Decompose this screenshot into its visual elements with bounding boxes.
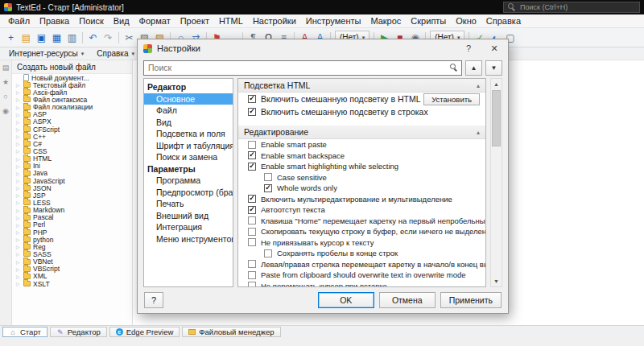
section-header[interactable]: Редактирование ▴	[238, 126, 485, 139]
settings-nav-item[interactable]: Редактор	[144, 81, 233, 93]
save-icon[interactable]: ▣	[34, 30, 49, 45]
file-manager-tab[interactable]: Файловый менеджер	[182, 327, 280, 337]
expand-icon[interactable]: ▷	[16, 244, 21, 249]
expand-icon[interactable]: ▷	[16, 178, 21, 183]
tree-item[interactable]: ▷ LESS	[12, 199, 132, 206]
tree-item[interactable]: ▷ CFScript	[12, 126, 132, 133]
settings-search-input[interactable]	[143, 60, 462, 76]
checkbox[interactable]	[248, 271, 256, 279]
edge-preview-tab[interactable]: Edge Preview	[109, 327, 180, 337]
menu-item[interactable]: Файл	[3, 15, 35, 27]
expand-icon[interactable]: ▷	[16, 208, 21, 213]
checkbox[interactable]	[248, 195, 256, 203]
tree-item[interactable]: ▷ CSS	[12, 147, 132, 154]
menu-item[interactable]: Формат	[134, 15, 175, 27]
tree-item[interactable]: ▷ Perl	[12, 221, 132, 229]
tree-item[interactable]: ▷ Java	[12, 170, 132, 177]
checkbox[interactable]	[248, 260, 256, 268]
undo-icon[interactable]: ↶	[85, 30, 101, 45]
expand-icon[interactable]: ▷	[16, 215, 21, 220]
expand-icon[interactable]: ▷	[16, 281, 21, 286]
collapse-icon[interactable]: ▴	[477, 82, 480, 89]
help-menu-button[interactable]: Справка ▾	[91, 48, 140, 59]
expand-icon[interactable]: ▷	[16, 229, 21, 235]
tree-item[interactable]: ▷ HTML	[12, 155, 132, 163]
checkbox[interactable]	[248, 206, 256, 214]
new-file-icon[interactable]: +	[3, 30, 19, 45]
scrollbar-thumb[interactable]	[492, 90, 501, 146]
settings-nav-item[interactable]: Параметры	[144, 163, 233, 175]
tree-item[interactable]: ▷ Ini	[12, 163, 132, 170]
expand-icon[interactable]: ▷	[16, 259, 21, 265]
checkbox[interactable]	[248, 141, 256, 149]
content-scrollbar[interactable]: ▲ ▼	[490, 78, 502, 287]
redo-icon[interactable]: ↷	[101, 30, 116, 45]
expand-icon[interactable]: ▷	[16, 237, 21, 242]
checkbox[interactable]	[248, 282, 256, 287]
apply-button[interactable]: Применить	[440, 292, 502, 308]
checkbox[interactable]	[248, 163, 256, 171]
checkbox[interactable]	[264, 249, 272, 257]
install-button[interactable]: Установить	[423, 93, 480, 105]
tree-item[interactable]: ▷ XML	[12, 273, 132, 280]
checkbox[interactable]	[248, 228, 256, 236]
tree-item[interactable]: ▷ C#	[12, 140, 132, 147]
tree-item[interactable]: ▷ Текстовый файл	[12, 81, 132, 89]
cut-icon[interactable]: ✂	[122, 30, 137, 45]
checkbox[interactable]	[248, 238, 256, 246]
expand-icon[interactable]: ▷	[16, 200, 21, 205]
tree-item[interactable]: ▷ Markdown	[12, 207, 132, 214]
settings-nav-item[interactable]: Поиск и замена	[144, 151, 233, 163]
menu-item[interactable]: Вид	[109, 15, 134, 27]
settings-nav-item[interactable]: Шрифт и табуляция	[144, 140, 233, 152]
dialog-title-bar[interactable]: Настройки ? ✕	[138, 39, 508, 57]
expand-icon[interactable]: ▷	[16, 141, 21, 146]
collapse-icon[interactable]: ▴	[477, 129, 480, 136]
expand-icon[interactable]: ▷	[16, 89, 21, 95]
history-panel-icon[interactable]: ○	[3, 93, 7, 101]
expand-icon[interactable]: ▷	[16, 112, 21, 117]
settings-nav-item[interactable]: Вид	[144, 117, 233, 129]
tree-item[interactable]: ▷ JSP	[12, 192, 132, 199]
tree-item[interactable]: ▷ ASP	[12, 111, 132, 118]
search-next-button[interactable]: ▼	[485, 60, 502, 76]
expand-icon[interactable]: ▷	[16, 97, 21, 102]
expand-icon[interactable]: ▷	[16, 163, 21, 169]
tree-item[interactable]: ▷ SASS	[12, 250, 132, 257]
menu-item[interactable]: Справка	[481, 15, 526, 27]
expand-icon[interactable]: ▷	[16, 251, 21, 257]
expand-icon[interactable]: ▷	[16, 82, 21, 88]
cancel-button[interactable]: Отмена	[379, 292, 436, 308]
tree-item[interactable]: ▷ Pascal	[12, 214, 132, 221]
tree-item[interactable]: ▷ VBNet	[12, 258, 132, 266]
help-button[interactable]: ?	[144, 292, 163, 308]
tree-item[interactable]: ▷ Reg	[12, 243, 132, 250]
expand-icon[interactable]: ▷	[16, 266, 21, 272]
expand-icon[interactable]: ▷	[16, 185, 21, 191]
settings-nav-item[interactable]: Основное	[144, 93, 233, 105]
start-tab[interactable]: Старт	[2, 327, 47, 337]
favorites-panel-icon[interactable]: ★	[2, 78, 9, 86]
checkbox[interactable]	[248, 216, 256, 224]
internet-resources-button[interactable]: Интернет-ресурсы ▾	[3, 48, 89, 59]
tree-item[interactable]: ▷ VBScript	[12, 266, 132, 273]
settings-search-field[interactable]	[143, 60, 462, 76]
menu-item[interactable]: Проект	[175, 15, 214, 27]
dialog-help-button[interactable]: ?	[458, 41, 479, 56]
settings-nav-item[interactable]: Предпросмотр (браузер)	[144, 187, 233, 199]
menu-item[interactable]: Правка	[35, 15, 74, 27]
expand-icon[interactable]: ▷	[16, 105, 21, 110]
menu-item[interactable]: Макрос	[365, 15, 406, 27]
explorer-panel-icon[interactable]: ▤	[2, 64, 10, 72]
expand-icon[interactable]: ▷	[16, 119, 21, 125]
save-all-icon[interactable]: ▦	[49, 30, 64, 45]
expand-icon[interactable]: ▷	[16, 171, 21, 176]
tree-item[interactable]: ▷ JSON	[12, 184, 132, 192]
checkbox[interactable]	[248, 151, 256, 159]
menu-item[interactable]: Окно	[451, 15, 481, 27]
expand-icon[interactable]: ▷	[16, 156, 21, 162]
search-prev-button[interactable]: ▲	[465, 60, 482, 76]
close-icon[interactable]: ✕	[484, 41, 505, 56]
expand-icon[interactable]: ▷	[16, 192, 21, 198]
scroll-down-icon[interactable]: ▼	[491, 276, 502, 286]
